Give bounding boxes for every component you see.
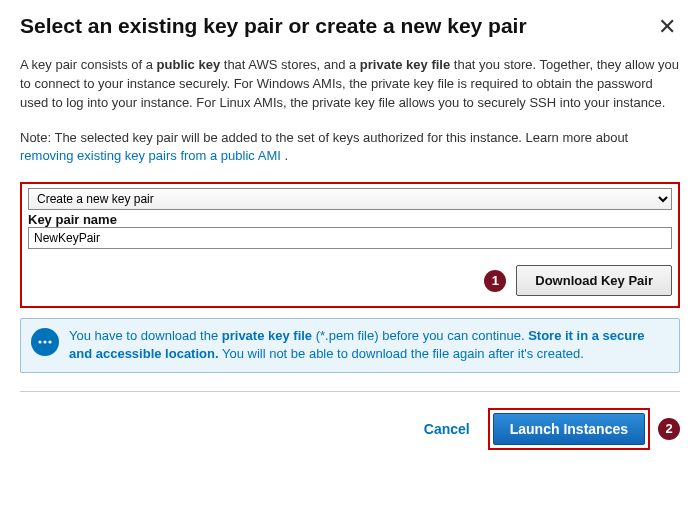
info-span: You have to download the [69,328,222,343]
description-paragraph: A key pair consists of a public key that… [20,56,680,113]
dialog-title: Select an existing key pair or create a … [20,14,527,38]
download-row: 1 Download Key Pair [28,265,672,296]
key-pair-dialog: Select an existing key pair or create a … [0,0,700,468]
annotation-step-2: 2 [658,418,680,440]
info-text: You have to download the private key fil… [69,327,669,363]
info-callout: You have to download the private key fil… [20,318,680,372]
svg-point-2 [48,341,51,344]
info-icon [31,328,59,356]
note-text: Note: The selected key pair will be adde… [20,130,628,145]
cancel-button[interactable]: Cancel [414,415,480,443]
info-span: You will not be able to download the fil… [219,346,584,361]
close-icon[interactable]: ✕ [654,14,680,40]
note-paragraph: Note: The selected key pair will be adde… [20,129,680,167]
download-key-pair-button[interactable]: Download Key Pair [516,265,672,296]
form-highlight-box: Create a new key pair Key pair name 1 Do… [20,182,680,308]
desc-private-key: private key file [360,57,450,72]
key-pair-name-label: Key pair name [28,212,672,227]
key-pair-name-input[interactable] [28,227,672,249]
launch-highlight-box: Launch Instances [488,408,650,450]
note-end: . [281,148,288,163]
launch-instances-button[interactable]: Launch Instances [493,413,645,445]
info-private-key: private key file [222,328,312,343]
desc-text: A key pair consists of a [20,57,157,72]
annotation-step-1: 1 [484,270,506,292]
key-pair-mode-select[interactable]: Create a new key pair [28,188,672,210]
dialog-header: Select an existing key pair or create a … [20,14,680,40]
desc-public-key: public key [157,57,221,72]
remove-key-pairs-link[interactable]: removing existing key pairs from a publi… [20,148,281,163]
divider [20,391,680,392]
chat-dots-icon [37,337,53,347]
dialog-footer: Cancel Launch Instances 2 [20,408,680,450]
svg-point-1 [43,341,46,344]
desc-text: that AWS stores, and a [220,57,360,72]
svg-point-0 [38,341,41,344]
info-span: (*.pem file) before you can continue. [312,328,528,343]
